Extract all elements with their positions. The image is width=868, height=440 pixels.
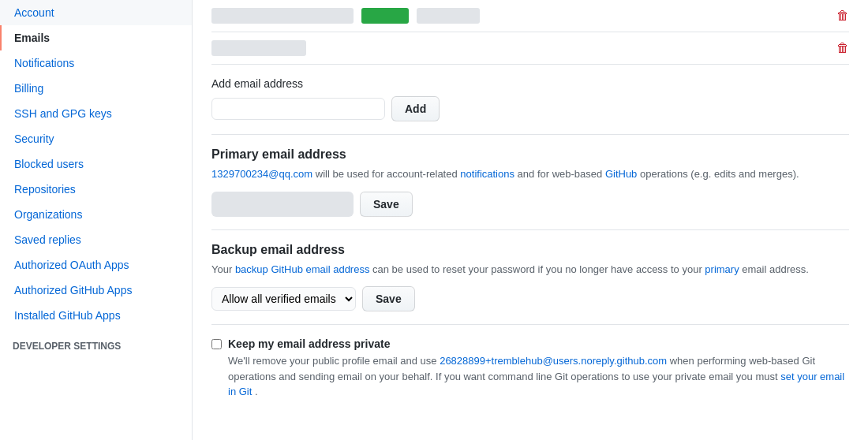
- github-link[interactable]: GitHub: [605, 168, 637, 180]
- primary-email-title: Primary email address: [211, 147, 849, 162]
- sidebar-item-oauth-apps[interactable]: Authorized OAuth Apps: [0, 252, 192, 278]
- email-row-content-primary: [211, 8, 480, 24]
- backup-desc-text1: Your: [211, 263, 235, 275]
- add-email-row: Add: [211, 96, 849, 121]
- sidebar: Account Emails Notifications Billing SSH…: [0, 0, 193, 440]
- sidebar-item-emails[interactable]: Emails: [0, 25, 192, 50]
- primary-email-text: 1329700234@qq.com will be used for accou…: [211, 168, 799, 180]
- sidebar-item-notifications[interactable]: Notifications: [0, 50, 192, 76]
- primary-highlight: primary: [705, 263, 739, 275]
- notifications-link[interactable]: notifications: [460, 168, 514, 180]
- main-content: 🗑 🗑 Add email address Add Primary email …: [193, 0, 868, 440]
- email-status-blurred: [417, 8, 480, 24]
- sidebar-item-billing[interactable]: Billing: [0, 76, 192, 101]
- delete-email-icon-secondary[interactable]: 🗑: [836, 41, 849, 55]
- primary-email-desc-text2: and for web-based: [518, 168, 605, 180]
- primary-email-section: Primary email address 1329700234@qq.com …: [211, 135, 849, 230]
- private-email-desc: We'll remove your public profile email a…: [228, 353, 849, 400]
- private-email-checkbox[interactable]: [211, 339, 222, 349]
- backup-desc-text2: can be used to reset your password if yo…: [372, 263, 705, 275]
- sidebar-item-installed-apps[interactable]: Installed GitHub Apps: [0, 303, 192, 328]
- email-badge-primary: [361, 8, 409, 24]
- backup-email-save-button[interactable]: Save: [362, 286, 415, 311]
- backup-email-select[interactable]: Allow all verified emails: [211, 287, 356, 311]
- sidebar-item-account[interactable]: Account: [0, 0, 192, 25]
- email-row-content-secondary: [211, 40, 306, 56]
- private-email-section: Keep my email address private We'll remo…: [211, 325, 849, 412]
- developer-settings-header: Developer settings: [0, 328, 192, 355]
- email-text-blurred-secondary: [211, 40, 306, 56]
- primary-email-desc: 1329700234@qq.com will be used for accou…: [211, 166, 849, 182]
- email-text-blurred-primary: [211, 8, 354, 24]
- primary-email-save-button[interactable]: Save: [360, 192, 413, 217]
- backup-email-desc: Your backup GitHub email address can be …: [211, 262, 849, 278]
- sidebar-item-github-apps[interactable]: Authorized GitHub Apps: [0, 278, 192, 303]
- sidebar-item-repositories[interactable]: Repositories: [0, 177, 192, 202]
- private-email-label: Keep my email address private: [228, 337, 849, 350]
- sidebar-item-ssh-gpg[interactable]: SSH and GPG keys: [0, 101, 192, 126]
- add-email-section: Add email address Add: [211, 65, 849, 135]
- email-row-secondary: 🗑: [211, 32, 849, 65]
- sidebar-item-security[interactable]: Security: [0, 126, 192, 151]
- primary-email-desc-text3: operations (e.g. edits and merges).: [640, 168, 799, 180]
- add-email-input[interactable]: [211, 98, 385, 120]
- primary-email-select-row: Save: [211, 192, 849, 217]
- backup-desc-text3: email address.: [742, 263, 809, 275]
- add-email-title: Add email address: [211, 77, 849, 90]
- sidebar-item-saved-replies[interactable]: Saved replies: [0, 227, 192, 252]
- backup-desc-highlight: backup GitHub email address: [235, 263, 370, 275]
- backup-email-title: Backup email address: [211, 243, 849, 257]
- primary-email-desc-text1: will be used for account-related: [316, 168, 461, 180]
- private-row: Keep my email address private We'll remo…: [211, 337, 849, 400]
- backup-select-row: Allow all verified emails Save: [211, 286, 849, 311]
- delete-email-icon-primary[interactable]: 🗑: [836, 9, 849, 23]
- backup-email-section: Backup email address Your backup GitHub …: [211, 230, 849, 326]
- sidebar-item-blocked-users[interactable]: Blocked users: [0, 151, 192, 177]
- add-email-button[interactable]: Add: [391, 96, 440, 121]
- primary-email-address: 1329700234@qq.com: [211, 168, 312, 180]
- email-row-primary: 🗑: [211, 0, 849, 32]
- sidebar-item-organizations[interactable]: Organizations: [0, 202, 192, 227]
- private-desc-before: We'll remove your public profile email a…: [228, 355, 440, 367]
- private-desc-after: .: [255, 386, 258, 397]
- primary-email-select-blurred: [211, 192, 354, 217]
- private-email-address: 26828899+tremblehub@users.noreply.github…: [440, 355, 667, 367]
- private-content: Keep my email address private We'll remo…: [228, 337, 849, 400]
